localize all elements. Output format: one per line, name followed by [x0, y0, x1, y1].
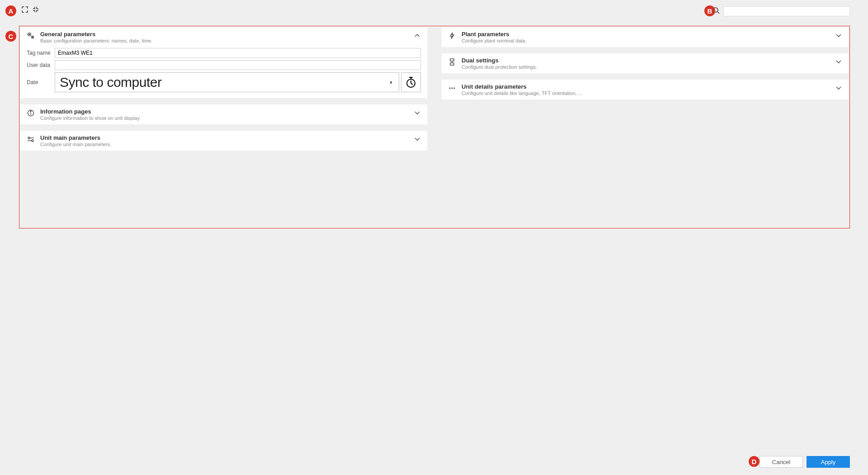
- search-input[interactable]: [723, 6, 850, 16]
- svg-line-8: [411, 83, 413, 85]
- panel-header-info-pages[interactable]: Information pages Configure information …: [27, 108, 421, 121]
- annotation-d: D: [749, 456, 760, 467]
- panel-general-parameters: General parameters Basic configuration p…: [20, 27, 427, 98]
- collapse-icon[interactable]: [33, 6, 39, 13]
- panel-body-general: Tag name User data Date Sync to computer…: [27, 48, 421, 92]
- annotation-a: A: [5, 5, 16, 16]
- cancel-button[interactable]: Cancel: [760, 456, 803, 468]
- svg-point-3: [29, 34, 30, 35]
- panel-title: Plant parameters: [462, 31, 830, 38]
- panel-title: Information pages: [40, 108, 408, 115]
- dropdown-arrow-icon[interactable]: ▾: [388, 80, 394, 86]
- date-select[interactable]: Sync to computer ▾: [55, 72, 399, 92]
- dual-icon: [448, 58, 456, 66]
- annotation-c: C: [5, 31, 16, 42]
- svg-rect-19: [450, 63, 454, 65]
- panel-subtitle: Basic configuration parameters: names, d…: [40, 38, 408, 43]
- panel-subtitle: Configure information to show on unit di…: [40, 115, 408, 121]
- svg-point-21: [449, 88, 451, 89]
- sync-time-button[interactable]: [401, 72, 421, 92]
- panel-header-dual[interactable]: Dual settings Configure dual protection …: [448, 57, 842, 70]
- user-data-label: User data: [27, 62, 55, 68]
- chevron-down-icon[interactable]: [835, 83, 842, 92]
- chevron-down-icon[interactable]: [835, 57, 842, 66]
- panel-header-general[interactable]: General parameters Basic configuration p…: [27, 31, 421, 43]
- panel-unit-main-parameters: Unit main parameters Configure unit main…: [20, 131, 427, 151]
- left-column: General parameters Basic configuration p…: [20, 27, 427, 227]
- expand-icon[interactable]: [22, 6, 28, 13]
- panel-header-unit-details[interactable]: Unit details parameters Configure unit d…: [448, 83, 842, 96]
- right-column: Plant parameters Configure plant nominal…: [442, 27, 849, 227]
- panel-information-pages: Information pages Configure information …: [20, 104, 427, 124]
- panel-header-unit-main[interactable]: Unit main parameters Configure unit main…: [27, 134, 421, 147]
- svg-rect-18: [450, 59, 454, 61]
- panel-plant-parameters: Plant parameters Configure plant nominal…: [442, 27, 849, 47]
- footer-actions: Cancel Apply: [760, 456, 850, 468]
- svg-line-1: [717, 12, 719, 14]
- panel-unit-details: Unit details parameters Configure unit d…: [442, 80, 849, 100]
- panel-subtitle: Configure dual protection settings.: [462, 64, 830, 70]
- svg-point-14: [28, 137, 30, 139]
- panel-subtitle: Configure unit details like language, TF…: [462, 90, 830, 96]
- svg-point-16: [32, 140, 33, 142]
- chevron-down-icon[interactable]: [414, 134, 421, 143]
- svg-point-22: [452, 88, 453, 89]
- chevron-down-icon[interactable]: [835, 31, 842, 40]
- gear-icon: [27, 32, 35, 40]
- panel-title: General parameters: [40, 31, 408, 38]
- toolbar: [22, 6, 39, 13]
- tag-name-input[interactable]: [55, 48, 421, 58]
- apply-button[interactable]: Apply: [807, 456, 850, 468]
- bolt-icon: [448, 32, 456, 40]
- panel-dual-settings: Dual settings Configure dual protection …: [442, 53, 849, 73]
- panel-subtitle: Configure unit main parameters.: [40, 142, 408, 147]
- panel-title: Dual settings: [462, 57, 830, 64]
- chevron-down-icon[interactable]: [414, 108, 421, 117]
- search-area: [712, 6, 850, 16]
- panel-header-plant[interactable]: Plant parameters Configure plant nominal…: [448, 31, 842, 43]
- svg-point-23: [454, 88, 455, 89]
- panel-title: Unit details parameters: [462, 83, 830, 90]
- date-select-value: Sync to computer: [60, 75, 388, 90]
- svg-point-5: [32, 37, 33, 38]
- tag-name-label: Tag name: [27, 50, 55, 56]
- chevron-up-icon[interactable]: [414, 31, 421, 40]
- annotation-b: B: [704, 5, 715, 16]
- ellipsis-icon: [448, 84, 456, 92]
- date-label: Date: [27, 79, 55, 86]
- sliders-icon: [27, 135, 35, 143]
- svg-point-13: [30, 111, 31, 112]
- panel-title: Unit main parameters: [40, 134, 408, 141]
- info-icon: [27, 109, 35, 117]
- panel-subtitle: Configure plant nominal data.: [462, 38, 830, 43]
- main-content: General parameters Basic configuration p…: [19, 26, 850, 228]
- user-data-input[interactable]: [55, 60, 421, 70]
